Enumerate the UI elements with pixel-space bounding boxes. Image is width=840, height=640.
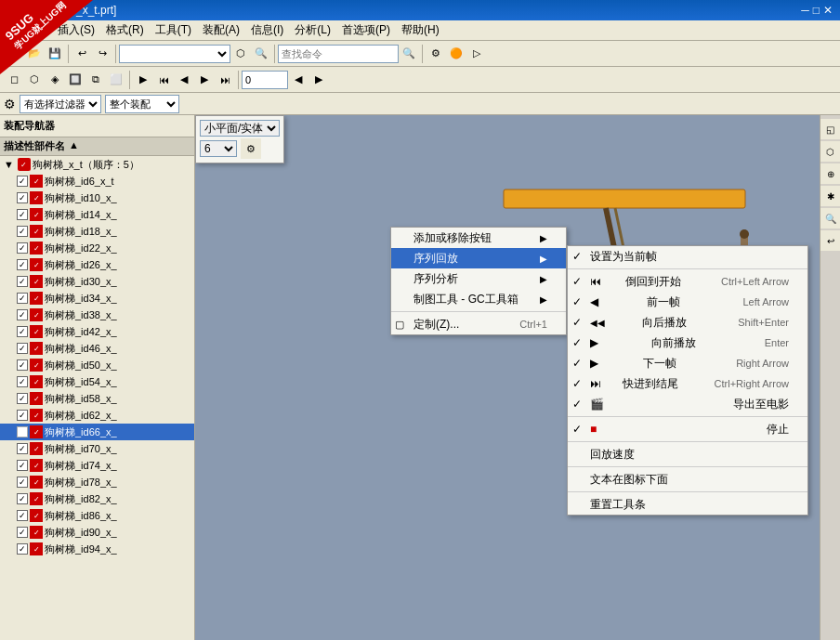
cb-12[interactable]: ✓ <box>17 376 28 387</box>
number-select[interactable]: 6 <box>200 140 237 157</box>
cb-20[interactable]: ✓ <box>17 510 28 521</box>
more-btn[interactable]: ▷ <box>466 44 487 64</box>
cb-16[interactable]: ✓ <box>17 443 28 454</box>
cb-14[interactable]: ✓ <box>17 410 28 421</box>
tree-item-14[interactable]: ✓ ✓ 狗树梯_id62_x_ <box>0 407 194 424</box>
tree-root-item[interactable]: ▼ ✓ 狗树梯_x_t（顺序：5） <box>0 156 194 173</box>
cb-18[interactable]: ✓ <box>17 477 28 488</box>
save-btn[interactable]: 💾 <box>45 44 65 64</box>
tree-item-6[interactable]: ✓ ✓ 狗树梯_id30_x_ <box>0 273 194 290</box>
maximize-btn[interactable]: □ <box>813 4 820 17</box>
tb2-btn6[interactable]: ⬜ <box>106 70 126 90</box>
cm2-play-forward[interactable]: ✓ ▶ 向前播放 Enter <box>568 333 807 353</box>
cb-7[interactable]: ✓ <box>17 293 28 304</box>
viewport[interactable]: 小平面/实体 6 ⚙ <box>195 115 820 640</box>
tree-item-1[interactable]: ✓ ✓ 狗树梯_id10_x_ <box>0 189 194 206</box>
ri-btn2[interactable]: ⬡ <box>820 141 841 162</box>
menu-view[interactable]: 视图(V) <box>4 20 52 40</box>
open-btn[interactable]: 📂 <box>24 44 45 64</box>
cb-13[interactable]: ✓ <box>17 393 28 404</box>
render-btn[interactable]: 🟠 <box>446 44 466 64</box>
cb-2[interactable]: ✓ <box>17 209 28 220</box>
menu-preferences[interactable]: 首选项(P) <box>336 20 396 40</box>
menu-analysis[interactable]: 分析(L) <box>289 20 336 40</box>
tree-item-17[interactable]: ✓ ✓ 狗树梯_id74_x_ <box>0 457 194 474</box>
menu-help[interactable]: 帮助(H) <box>396 20 445 40</box>
cb-9[interactable]: ✓ <box>17 326 28 337</box>
ri-btn5[interactable]: 🔍 <box>820 208 841 229</box>
popup-btn[interactable]: ⚙ <box>241 138 261 159</box>
play-back-btn[interactable]: ◀ <box>174 70 194 90</box>
tree-item-16[interactable]: ✓ ✓ 狗树梯_id70_x_ <box>0 440 194 457</box>
tree-item-11[interactable]: ✓ ✓ 狗树梯_id50_x_ <box>0 357 194 373</box>
tb2-btn5[interactable]: ⧉ <box>85 70 106 90</box>
cm1-customize[interactable]: ▢ 定制(Z)... Ctrl+1 <box>391 314 566 334</box>
cm2-next-frame[interactable]: ✓ ▶ 下一帧 Right Arrow <box>568 353 807 373</box>
tree-item-9[interactable]: ✓ ✓ 狗树梯_id42_x_ <box>0 323 194 340</box>
cm2-set-frame[interactable]: ✓ 设置为当前帧 <box>568 246 807 267</box>
menu-info[interactable]: 信息(I) <box>245 20 289 40</box>
cm2-text-below-icon[interactable]: 文本在图标下面 <box>568 469 807 490</box>
tree-item-7[interactable]: ✓ ✓ 狗树梯_id34_x_ <box>0 290 194 307</box>
cb-19[interactable]: ✓ <box>17 493 28 504</box>
cb-5[interactable]: ✓ <box>17 259 28 270</box>
command-search[interactable] <box>278 45 399 63</box>
tb2-btn1[interactable]: ◻ <box>4 70 24 90</box>
tb2-btn2[interactable]: ⬡ <box>24 70 45 90</box>
tree-list[interactable]: ▼ ✓ 狗树梯_x_t（顺序：5） ✓ ✓ 狗树梯_id6_x_t ✓ ✓ 狗树… <box>0 156 194 640</box>
cm2-play-backward[interactable]: ✓ ◀◀ 向后播放 Shift+Enter <box>568 312 807 333</box>
tree-item-13[interactable]: ✓ ✓ 狗树梯_id58_x_ <box>0 390 194 407</box>
surface-select[interactable]: 小平面/实体 <box>200 120 280 137</box>
cb-1[interactable]: ✓ <box>17 192 28 203</box>
cm1-add-remove[interactable]: 添加或移除按钮 ▶ <box>391 228 566 248</box>
cb-0[interactable]: ✓ <box>17 176 28 187</box>
tree-item-12[interactable]: ✓ ✓ 狗树梯_id54_x_ <box>0 373 194 390</box>
frame-next[interactable]: ▶ <box>308 70 329 90</box>
ri-btn1[interactable]: ◱ <box>820 119 841 139</box>
zoom-btn[interactable]: 🔍 <box>251 44 271 64</box>
tree-item-8[interactable]: ✓ ✓ 狗树梯_id38_x_ <box>0 307 194 323</box>
cb-22[interactable]: ✓ <box>17 543 28 555</box>
new-btn[interactable]: 📄 <box>4 44 24 64</box>
cm2-rewind[interactable]: ✓ ⏮ 倒回到开始 Ctrl+Left Arrow <box>568 271 807 292</box>
assembly-filter-select[interactable]: 整个装配 <box>105 95 179 113</box>
cm1-drawing-tools[interactable]: 制图工具 - GC工具箱 ▶ <box>391 289 566 309</box>
tree-item-15[interactable]: ✓ ✓ 狗树梯_id66_x_ <box>0 424 194 440</box>
cm2-fast-forward[interactable]: ✓ ⏭ 快进到结尾 Ctrl+Right Arrow <box>568 373 807 394</box>
cm2-prev-frame[interactable]: ✓ ◀ 前一帧 Left Arrow <box>568 292 807 312</box>
tree-item-2[interactable]: ✓ ✓ 狗树梯_id14_x_ <box>0 206 194 223</box>
cm2-stop[interactable]: ✓ ■ 停止 <box>568 419 807 439</box>
cm2-playback-speed[interactable]: 回放速度 <box>568 444 807 464</box>
frame-input[interactable] <box>242 71 288 89</box>
cb-3[interactable]: ✓ <box>17 226 28 237</box>
menu-format[interactable]: 格式(R) <box>100 20 150 40</box>
cb-11[interactable]: ✓ <box>17 359 28 371</box>
tree-item-19[interactable]: ✓ ✓ 狗树梯_id82_x_ <box>0 490 194 507</box>
tree-item-21[interactable]: ✓ ✓ 狗树梯_id90_x_ <box>0 524 194 541</box>
menu-assembly[interactable]: 装配(A) <box>197 20 245 40</box>
menu-insert[interactable]: 插入(S) <box>52 20 100 40</box>
redo-btn[interactable]: ↪ <box>92 44 112 64</box>
sequence-btn[interactable]: ▶ <box>133 70 153 90</box>
view-select[interactable] <box>119 45 230 63</box>
ri-btn6[interactable]: ↩ <box>820 230 841 251</box>
tree-item-20[interactable]: ✓ ✓ 狗树梯_id86_x_ <box>0 507 194 524</box>
menu-tools[interactable]: 工具(T) <box>150 20 197 40</box>
ri-btn4[interactable]: ✱ <box>820 186 841 206</box>
search-btn[interactable]: 🔍 <box>399 44 419 64</box>
tree-item-18[interactable]: ✓ ✓ 狗树梯_id78_x_ <box>0 474 194 490</box>
tree-item-3[interactable]: ✓ ✓ 狗树梯_id18_x_ <box>0 223 194 240</box>
ri-btn3[interactable]: ⊕ <box>820 163 841 184</box>
tree-item-0[interactable]: ✓ ✓ 狗树梯_id6_x_t <box>0 173 194 189</box>
tree-item-5[interactable]: ✓ ✓ 狗树梯_id26_x_ <box>0 256 194 273</box>
cb-10[interactable]: ✓ <box>17 343 28 354</box>
close-btn[interactable]: ✕ <box>823 4 833 17</box>
anim-btn[interactable]: ⏮ <box>153 70 174 90</box>
play-fwd-btn[interactable]: ▶ <box>194 70 215 90</box>
tree-item-22[interactable]: ✓ ✓ 狗树梯_id94_x_ <box>0 541 194 557</box>
cm1-sequence-playback[interactable]: 序列回放 ▶ <box>391 248 566 268</box>
settings-btn[interactable]: ⚙ <box>426 44 446 64</box>
cb-21[interactable]: ✓ <box>17 527 28 538</box>
cb-6[interactable]: ✓ <box>17 276 28 287</box>
end-btn[interactable]: ⏭ <box>215 70 235 90</box>
